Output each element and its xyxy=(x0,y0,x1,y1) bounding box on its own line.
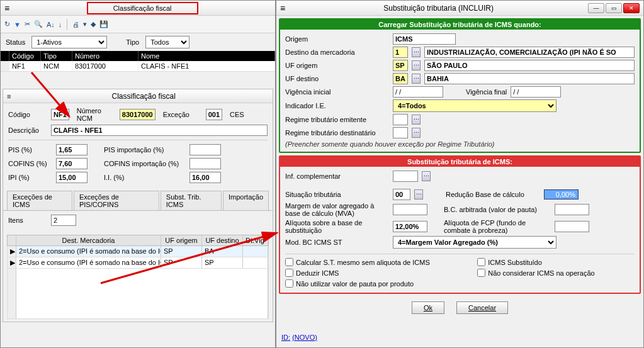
descricao-field[interactable]: CLAFIS - NFE1 xyxy=(51,125,268,136)
inf-comp-label: Inf. complementar xyxy=(285,172,389,180)
codigo-field[interactable]: NF1 xyxy=(51,109,69,120)
binoculars-icon[interactable]: 🔍 xyxy=(34,20,43,28)
bc-arb-field[interactable] xyxy=(555,204,589,215)
ncm-label: Número NCM xyxy=(77,107,116,122)
excecao-label: Exceção xyxy=(163,111,202,118)
chk-icms-subst[interactable] xyxy=(477,258,485,266)
origem-field[interactable]: ICMS xyxy=(393,33,456,45)
page-title: Classificação fiscal xyxy=(87,2,198,14)
uf-orig-code[interactable]: SP xyxy=(393,60,408,71)
export-icon[interactable]: ◆ xyxy=(91,20,96,28)
ii-field[interactable]: 16,00 xyxy=(189,172,221,183)
col-uf-dest: UF destino xyxy=(202,235,243,245)
id-label: ID: xyxy=(281,334,290,341)
table-row[interactable]: ▶ 2=Uso e consumo (IPI é somado na base … xyxy=(7,257,269,269)
uf-dest-code[interactable]: BA xyxy=(393,73,408,84)
close-button[interactable]: ✕ xyxy=(623,3,640,13)
mod-bc-label: Mod. BC ICMS ST xyxy=(285,239,389,246)
ipi-field[interactable]: 15,00 xyxy=(56,172,88,183)
chk-calc-st[interactable] xyxy=(285,258,293,266)
lookup-icon[interactable]: ⋯ xyxy=(414,189,423,199)
id-value[interactable]: (NOVO) xyxy=(292,334,317,341)
status-select[interactable]: 1-Ativos xyxy=(31,36,107,48)
chk-deduzir-icms[interactable] xyxy=(285,269,293,277)
col-dest: Dest. Mercadoria xyxy=(16,235,161,245)
cofins-imp-field[interactable] xyxy=(189,158,221,169)
refresh-icon[interactable]: ↻ xyxy=(4,20,10,28)
lookup-icon[interactable]: ⋯ xyxy=(412,60,421,70)
menu-icon[interactable]: ≡ xyxy=(280,3,285,13)
reg-dest-field[interactable] xyxy=(393,127,408,138)
itens-table: Dest. Mercadoria UF origem UF destino Dt… xyxy=(7,235,269,319)
minimize-button[interactable]: — xyxy=(588,3,604,13)
sort-asc-icon[interactable]: A↓ xyxy=(47,21,55,28)
vig-fim-label: Vigência final xyxy=(466,88,507,96)
aliq-sub-label: Alíquota sobre a base de substituição xyxy=(285,219,389,234)
inf-comp-field[interactable] xyxy=(393,171,418,182)
tab-importacao[interactable]: Importação xyxy=(223,191,269,210)
ok-button[interactable]: Ok xyxy=(412,301,444,314)
pis-imp-field[interactable] xyxy=(189,144,221,155)
col-tipo: Tipo xyxy=(41,51,72,61)
dest-merc-text: INDUSTRIALIZAÇÃO, COMERCIALIZAÇÃO (IPI N… xyxy=(424,47,635,58)
dropdown-icon[interactable]: ▾ xyxy=(83,20,87,28)
toolbar: ↻ ▼ ✂ 🔍 A↓ ↓ 🖨 ▾ ◆ 💾 xyxy=(1,16,275,33)
sort-desc-icon[interactable]: ↓ xyxy=(59,21,62,28)
dialog-buttons: ID: (NOVO) Ok Cancelar xyxy=(276,296,643,319)
itens-count: 2 xyxy=(51,215,76,226)
tabs: Exceções de ICMS Exceções de PIS/COFINS … xyxy=(3,191,273,211)
lookup-icon[interactable]: ⋯ xyxy=(412,74,421,84)
section-title: Carregar Substituição tributária de ICMS… xyxy=(280,20,640,30)
title-bar-left: ≡ Classificação fiscal xyxy=(1,1,275,16)
excecao-field[interactable]: 001 xyxy=(206,109,222,120)
section-carregar: Carregar Substituição tributária de ICMS… xyxy=(279,18,641,153)
col-codigo: Código xyxy=(9,51,41,61)
inner-title-bar: ≡ Classificação fiscal xyxy=(3,89,273,103)
menu-icon[interactable]: ≡ xyxy=(4,3,9,13)
mod-bc-select[interactable]: 4=Margem Valor Agregado (%) xyxy=(393,236,556,249)
window-substituicao-tributaria: ≡ Substituição tributaria (INCLUIR) — ▭ … xyxy=(276,0,644,348)
table-row[interactable]: ▶ 2=Uso e consumo (IPI é somado na base … xyxy=(7,246,269,257)
lookup-icon[interactable]: ⋯ xyxy=(412,47,421,57)
tab-excecoes-piscofins[interactable]: Exceções de PIS/COFINS xyxy=(74,191,159,210)
ind-ie-label: Indicador I.E. xyxy=(285,102,389,109)
tab-subst-trib-icms[interactable]: Subst. Trib. ICMS xyxy=(161,191,222,210)
red-base-label: Redução Base de cálculo xyxy=(446,191,540,198)
vig-ini-field[interactable]: / / xyxy=(393,86,443,98)
filter-icon[interactable]: ▼ xyxy=(14,21,21,28)
grid-header: Código Tipo Número Nome xyxy=(1,51,275,61)
lookup-icon[interactable]: ⋯ xyxy=(422,171,431,181)
section-subst: Substituição tributária de ICMS: Inf. co… xyxy=(279,155,641,294)
maximize-button[interactable]: ▭ xyxy=(606,3,622,13)
chk-nao-considerar[interactable] xyxy=(477,269,485,277)
fcp-field[interactable] xyxy=(555,221,589,232)
window-classificacao-fiscal: ≡ Classificação fiscal ↻ ▼ ✂ 🔍 A↓ ↓ 🖨 ▾ … xyxy=(0,0,276,348)
ind-ie-select[interactable]: 4=Todos xyxy=(393,99,556,112)
reg-emit-field[interactable] xyxy=(393,114,408,125)
chk-nao-pauta[interactable] xyxy=(285,279,293,288)
pis-field[interactable]: 1,65 xyxy=(56,144,88,155)
print-icon[interactable]: 🖨 xyxy=(72,21,79,28)
red-base-field[interactable]: 0,00% xyxy=(544,189,579,199)
hint-text: (Preencher somente quando houver exceção… xyxy=(285,140,635,148)
ncm-field[interactable]: 83017000 xyxy=(120,109,155,120)
dest-merc-code[interactable]: 1 xyxy=(393,47,408,58)
codigo-label: Código xyxy=(8,111,47,118)
lookup-icon[interactable]: ⋯ xyxy=(412,128,421,138)
cofins-field[interactable]: 7,60 xyxy=(56,158,88,169)
cut-icon[interactable]: ✂ xyxy=(25,20,30,28)
mva-field[interactable] xyxy=(393,204,427,215)
aliq-sub-field[interactable]: 12,00% xyxy=(393,221,427,232)
sit-trib-field[interactable]: 00 xyxy=(393,189,410,200)
tipo-select[interactable]: Todos xyxy=(145,36,189,48)
tab-excecoes-icms[interactable]: Exceções de ICMS xyxy=(7,191,72,210)
col-nome: Nome xyxy=(138,51,275,61)
vig-fim-field[interactable]: / / xyxy=(511,86,561,98)
menu-icon[interactable]: ≡ xyxy=(3,93,14,100)
cancel-button[interactable]: Cancelar xyxy=(456,301,508,314)
save-icon[interactable]: 💾 xyxy=(99,20,108,28)
page-title: Substituição tributaria (INCLUIR) xyxy=(289,4,588,13)
lookup-icon[interactable]: ⋯ xyxy=(412,115,421,125)
grid-row[interactable]: NF1 NCM 83017000 CLAFIS - NFE1 xyxy=(1,61,275,72)
cofins-imp-label: COFINS importação (%) xyxy=(104,160,186,167)
